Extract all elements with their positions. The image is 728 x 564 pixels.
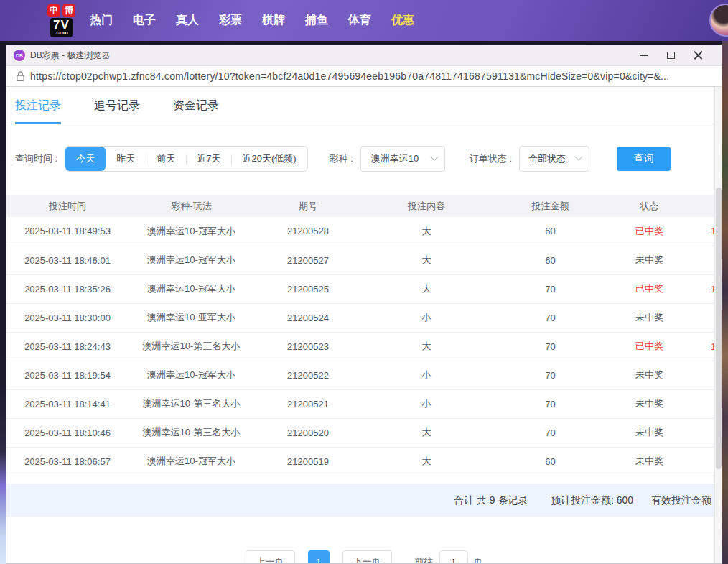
next-page-button[interactable]: 下一页 [342, 550, 392, 563]
summary-bar: 合计 共 9 条记录 预计投注金额: 600 有效投注金额 [6, 484, 722, 517]
bet-amount-cell: 60 [491, 217, 610, 246]
status-cell: 未中奖 [610, 418, 689, 447]
site-logo[interactable]: 申 博 7V .com [47, 4, 75, 37]
status-cell: 未中奖 [610, 246, 689, 274]
nav-item[interactable]: 电子 [133, 13, 156, 28]
bet-amount-cell: 70 [491, 332, 610, 361]
table-row: 2025-03-11 18:46:01 澳洲幸运10-冠军大小 21200527… [6, 246, 722, 274]
time-option[interactable]: 今天 [65, 147, 106, 171]
game-play-cell: 澳洲幸运10-冠军大小 [129, 447, 254, 476]
table-row: 2025-03-11 18:10:46 澳洲幸运10-第三名大小 2120052… [6, 418, 722, 447]
user-avatar[interactable] [709, 4, 728, 37]
game-play-cell: 澳洲幸运10-亚军大小 [129, 303, 254, 332]
nav-item[interactable]: 优惠 [391, 13, 414, 28]
bet-time-cell: 2025-03-11 18:30:00 [6, 303, 129, 332]
scrollbar[interactable] [714, 87, 722, 563]
table-row: 2025-03-11 18:30:00 澳洲幸运10-亚军大小 21200524… [6, 303, 722, 332]
bet-amount-cell: 70 [491, 361, 610, 389]
tab[interactable]: 投注记录 [15, 98, 61, 124]
table-header-cell: 投注金额 [491, 195, 610, 217]
query-button[interactable]: 查询 [617, 147, 671, 171]
table-row: 2025-03-11 18:14:41 澳洲幸运10-第三名大小 2120052… [6, 389, 722, 418]
issue-cell: 21200527 [254, 246, 362, 274]
bet-time-cell: 2025-03-11 18:06:57 [6, 447, 129, 476]
desktop-background-strip [722, 41, 728, 564]
bet-time-cell: 2025-03-11 18:19:54 [6, 361, 129, 389]
main-nav: 热门电子真人彩票棋牌捕鱼体育优惠 [90, 13, 414, 28]
lottery-filter-label: 彩种 : [330, 152, 353, 165]
minimize-icon [640, 55, 648, 56]
table-header-cell: 期号 [254, 195, 362, 217]
prev-page-button[interactable]: 上一页 [246, 550, 295, 563]
time-filter-label: 查询时间 : [15, 152, 57, 165]
order-status-value: 全部状态 [528, 152, 566, 165]
bet-content-cell: 大 [362, 447, 491, 476]
time-option[interactable]: 昨天 [106, 147, 146, 171]
bet-time-cell: 2025-03-11 18:14:41 [6, 389, 129, 418]
records-table-wrap: 投注时间彩种-玩法期号投注内容投注金额状态中奖金额 2025-03-11 18:… [6, 195, 722, 476]
time-option[interactable]: 前天 [146, 147, 186, 171]
tab[interactable]: 追号记录 [94, 98, 140, 124]
bet-content-cell: 小 [362, 361, 491, 389]
maximize-button[interactable] [657, 46, 684, 65]
chevron-down-icon [430, 153, 438, 161]
issue-cell: 21200523 [254, 332, 362, 361]
status-cell: 已中奖 [610, 274, 689, 303]
page-number-button[interactable]: 1 [308, 550, 330, 563]
logo-badges: 申 博 [47, 4, 75, 17]
nav-item[interactable]: 捕鱼 [305, 13, 328, 28]
table-header-row: 投注时间彩种-玩法期号投注内容投注金额状态中奖金额 [6, 195, 722, 217]
scrollbar-thumb[interactable] [716, 188, 722, 469]
bet-amount-cell: 70 [491, 418, 610, 447]
nav-item[interactable]: 棋牌 [262, 13, 285, 28]
bet-content-cell: 大 [362, 246, 491, 274]
game-play-cell: 澳洲幸运10-第三名大小 [129, 389, 254, 418]
order-status-select[interactable]: 全部状态 [519, 146, 589, 172]
tab[interactable]: 资金记录 [173, 98, 219, 124]
time-filter-group: 今天昨天前天近7天近20天(低频) [65, 146, 307, 172]
bet-amount-cell: 60 [491, 447, 610, 476]
lottery-select-value: 澳洲幸运10 [371, 152, 419, 165]
time-option[interactable]: 近20天(低频) [231, 147, 307, 171]
issue-cell: 21200522 [254, 361, 362, 389]
pagination: 上一页 1 下一页 前往 页 [6, 550, 722, 563]
bet-content-cell: 小 [362, 303, 491, 332]
status-cell: 未中奖 [610, 303, 689, 332]
bet-time-cell: 2025-03-11 18:10:46 [6, 418, 129, 447]
issue-cell: 21200520 [254, 418, 362, 447]
bet-time-cell: 2025-03-11 18:49:53 [6, 217, 129, 246]
minimize-button[interactable] [630, 46, 657, 65]
bet-content-cell: 大 [362, 217, 491, 246]
page-content: 投注记录追号记录资金记录 查询时间 : 今天昨天前天近7天近20天(低频) 彩种… [6, 87, 722, 563]
table-row: 2025-03-11 18:19:54 澳洲幸运10-冠军大小 21200522… [6, 361, 722, 389]
time-option[interactable]: 近7天 [186, 147, 231, 171]
issue-cell: 21200528 [254, 217, 362, 246]
window-title: DB彩票 - 极速浏览器 [30, 50, 630, 62]
app-icon: DB [14, 50, 25, 61]
bet-time-cell: 2025-03-11 18:46:01 [6, 246, 129, 274]
window-titlebar[interactable]: DB DB彩票 - 极速浏览器 [6, 45, 722, 66]
bet-time-cell: 2025-03-11 18:35:26 [6, 274, 129, 303]
goto-unit: 页 [474, 555, 483, 563]
goto-page-input[interactable] [439, 550, 468, 563]
nav-item[interactable]: 真人 [176, 13, 199, 28]
game-play-cell: 澳洲幸运10-冠军大小 [129, 361, 254, 389]
browser-window: DB DB彩票 - 极速浏览器 https://ctop02pchwp1.zfn… [6, 45, 722, 564]
site-topbar: 申 博 7V .com 热门电子真人彩票棋牌捕鱼体育优惠 [0, 0, 728, 41]
game-play-cell: 澳洲幸运10-第三名大小 [129, 418, 254, 447]
bet-content-cell: 大 [362, 418, 491, 447]
issue-cell: 21200525 [254, 274, 362, 303]
summary-total: 合计 共 9 条记录 [454, 494, 528, 507]
nav-item[interactable]: 热门 [90, 13, 113, 28]
issue-cell: 21200524 [254, 303, 362, 332]
url-bar[interactable]: https://ctop02pchwp1.zfnc84.com/lottery/… [6, 66, 722, 87]
bet-amount-cell: 70 [491, 303, 610, 332]
nav-item[interactable]: 彩票 [219, 13, 242, 28]
nav-item[interactable]: 体育 [348, 13, 371, 28]
status-cell: 未中奖 [610, 447, 689, 476]
lottery-select[interactable]: 澳洲幸运10 [360, 146, 445, 172]
goto-label: 前往 [415, 555, 434, 563]
close-button[interactable] [684, 46, 711, 65]
logo-badge-shen: 申 [47, 4, 60, 17]
table-row: 2025-03-11 18:06:57 澳洲幸运10-冠军大小 21200519… [6, 447, 722, 476]
